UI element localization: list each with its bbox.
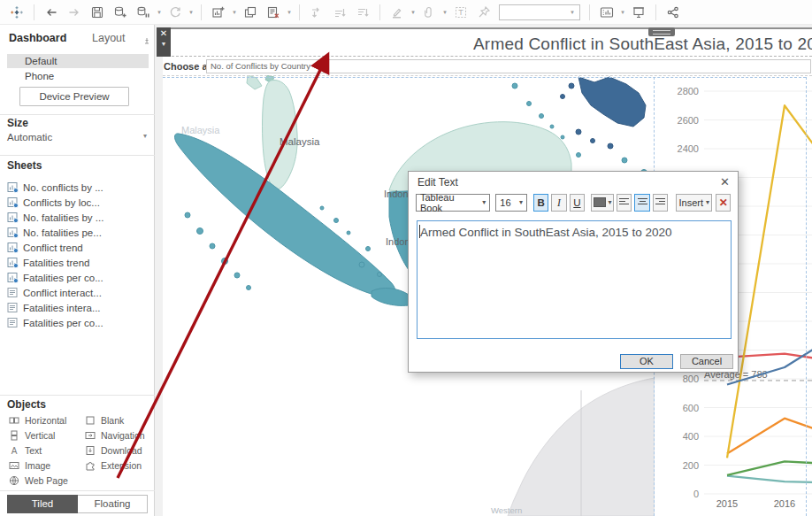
yellow-series[interactable] xyxy=(727,105,812,458)
title-text-zone[interactable]: Armed Conflict in SouthEast Asia, 2015 t… xyxy=(163,27,812,57)
teal-series[interactable] xyxy=(727,476,812,482)
fit-selector[interactable]: ▾ xyxy=(499,4,580,20)
object-item-image[interactable]: Image xyxy=(9,458,83,473)
tableau-logo-icon[interactable] xyxy=(6,3,27,22)
dashboard-pane: Dashboard Layout Default Phone Device Pr… xyxy=(0,25,155,516)
tab-dashboard[interactable]: Dashboard xyxy=(9,32,66,44)
device-preview-button[interactable]: Device Preview xyxy=(19,87,129,106)
svg-text:A: A xyxy=(11,445,18,455)
clear-formatting-button[interactable]: ✕ xyxy=(716,194,731,212)
new-worksheet-icon[interactable] xyxy=(208,3,229,22)
map-region-mindanao[interactable] xyxy=(578,77,646,127)
save-icon[interactable] xyxy=(87,3,108,22)
object-item-navigation[interactable]: Navigation xyxy=(85,427,154,443)
show-mark-labels-icon[interactable]: T xyxy=(450,3,471,22)
font-size-dropdown[interactable]: 16▾ xyxy=(495,194,527,212)
object-item-download[interactable]: Download xyxy=(85,443,154,458)
object-item-horizontal[interactable]: Horizontal xyxy=(9,412,83,427)
dialog-close-icon[interactable]: ✕ xyxy=(720,175,730,189)
share-icon[interactable] xyxy=(663,3,684,22)
ok-button[interactable]: OK xyxy=(620,354,673,369)
map-region[interactable] xyxy=(372,289,409,306)
divider xyxy=(0,395,155,396)
sheet-item[interactable]: Fatalities per co... xyxy=(7,315,152,330)
presentation-mode-icon[interactable] xyxy=(628,3,649,22)
align-left-button[interactable] xyxy=(617,194,632,212)
filter-dropdown[interactable]: No. of Conflicts by Country xyxy=(206,59,811,73)
green-series[interactable] xyxy=(727,461,812,474)
pane-pin-icon[interactable] xyxy=(143,34,150,50)
zone-drag-grip[interactable] xyxy=(648,27,675,36)
sheet-item-label: Conflict interact... xyxy=(23,288,102,298)
sheet-item[interactable]: No. conflicts by ... xyxy=(7,180,152,195)
italic-button[interactable]: I xyxy=(551,194,566,212)
object-item-extension[interactable]: Extension xyxy=(85,458,154,473)
sort-ascending-icon[interactable] xyxy=(329,3,350,22)
device-option-phone[interactable]: Phone xyxy=(7,69,149,83)
duplicate-sheet-icon[interactable] xyxy=(240,3,261,22)
zone-remove-handle[interactable]: ✕ ▼ xyxy=(157,27,171,57)
sheet-item[interactable]: Conflicts by loc... xyxy=(7,195,152,210)
sheet-item[interactable]: No. fatalities pe... xyxy=(7,225,152,240)
clear-sheet-icon[interactable] xyxy=(263,3,284,22)
group-members-caret[interactable]: ▾ xyxy=(440,9,449,16)
show-me-caret[interactable]: ▾ xyxy=(618,9,627,16)
zone-close-icon[interactable]: ✕ xyxy=(157,27,171,40)
object-item-blank[interactable]: Blank xyxy=(85,412,154,427)
show-me-icon[interactable] xyxy=(596,3,617,22)
tiled-button[interactable]: Tiled xyxy=(7,495,78,513)
map-region-malaysia[interactable] xyxy=(263,81,298,189)
object-item-label: Image xyxy=(25,460,50,471)
sheet-item[interactable]: Conflict trend xyxy=(7,240,152,255)
sheet-item[interactable]: Fatalities per co... xyxy=(7,270,152,285)
divider xyxy=(0,155,155,156)
highlight-icon[interactable] xyxy=(387,3,408,22)
align-right-button[interactable] xyxy=(653,194,668,212)
sheet-item[interactable]: Fatalities intera... xyxy=(7,300,152,315)
object-item-label: Web Page xyxy=(25,475,68,486)
insert-dropdown-button[interactable]: Insert▾ xyxy=(676,194,712,212)
device-option-default[interactable]: Default xyxy=(7,54,149,68)
map-label-malaysia: Malaysia xyxy=(280,136,320,147)
object-item-vertical[interactable]: Vertical xyxy=(9,427,83,443)
highlight-caret[interactable]: ▾ xyxy=(409,9,417,16)
fix-axes-icon[interactable] xyxy=(473,3,494,22)
align-center-button[interactable] xyxy=(634,194,649,212)
swap-rows-columns-icon[interactable] xyxy=(306,3,327,22)
bold-button[interactable]: B xyxy=(533,194,548,212)
redo-icon[interactable] xyxy=(64,3,85,22)
font-color-button[interactable]: ▾ xyxy=(591,194,614,212)
cancel-button[interactable]: Cancel xyxy=(680,354,733,369)
size-dropdown[interactable]: Automatic xyxy=(7,132,149,142)
object-item-web-page[interactable]: Web Page xyxy=(9,473,83,488)
tab-layout[interactable]: Layout xyxy=(92,32,126,44)
y-axis-tick-label: 2400 xyxy=(678,143,699,154)
dropdown-caret-icon: ▾ xyxy=(516,198,523,206)
toolbar-separator xyxy=(589,4,590,20)
floating-button[interactable]: Floating xyxy=(78,495,148,513)
undo-icon[interactable] xyxy=(41,3,62,22)
sheet-item[interactable]: No. fatalities by ... xyxy=(7,210,152,225)
extension-icon xyxy=(85,460,96,471)
dialog-text-area[interactable]: Armed Conflict in SouthEast Asia, 2015 t… xyxy=(417,220,732,339)
underline-button[interactable]: U xyxy=(570,194,585,212)
sheet-item[interactable]: Conflict interact... xyxy=(7,285,152,300)
font-family-dropdown[interactable]: Tableau Book▾ xyxy=(416,194,490,212)
toolbar-separator xyxy=(299,4,300,20)
run-auto-updates-icon[interactable] xyxy=(165,3,186,22)
object-item-text[interactable]: AText xyxy=(9,443,83,458)
image-icon xyxy=(9,460,19,471)
zone-menu-caret-icon[interactable]: ▼ xyxy=(157,40,171,49)
sort-descending-icon[interactable] xyxy=(352,3,373,22)
size-dropdown-caret[interactable]: ▾ xyxy=(143,132,147,140)
new-data-source-icon[interactable] xyxy=(110,3,131,22)
pause-auto-updates-icon[interactable] xyxy=(133,3,154,22)
pause-auto-updates-caret[interactable]: ▾ xyxy=(155,9,164,16)
run-auto-updates-caret[interactable]: ▾ xyxy=(187,9,195,16)
sheet-item[interactable]: Fatalities trend xyxy=(7,255,152,270)
dialog-format-toolbar: Tableau Book▾ 16▾ B I U ▾ Insert▾ ✕ xyxy=(416,193,731,212)
clear-sheet-caret[interactable]: ▾ xyxy=(285,9,294,16)
new-worksheet-caret[interactable]: ▾ xyxy=(230,9,239,16)
size-section-label: Size xyxy=(7,117,28,129)
group-members-icon[interactable] xyxy=(418,3,440,22)
